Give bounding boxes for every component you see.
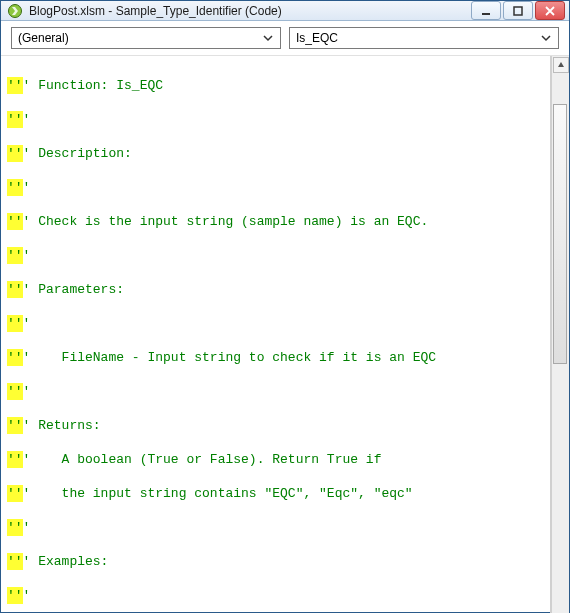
- code-line: ' Returns:: [23, 418, 101, 433]
- procedure-dropdown-text: Is_EQC: [296, 31, 338, 45]
- code-line: ': [23, 588, 31, 603]
- scroll-up-button[interactable]: [553, 57, 569, 73]
- maximize-button[interactable]: [503, 1, 533, 20]
- svg-rect-1: [482, 13, 490, 15]
- code-line: ': [23, 112, 31, 127]
- chevron-down-icon: [260, 30, 276, 46]
- code-line: ' Function: Is_EQC: [23, 78, 163, 93]
- code-line: ' Parameters:: [23, 282, 124, 297]
- code-editor[interactable]: ''' Function: Is_EQC ''' ''' Description…: [1, 56, 551, 613]
- dropdown-row: (General) Is_EQC: [1, 21, 569, 56]
- code-line: ' the input string contains "EQC", "Eqc"…: [23, 486, 413, 501]
- code-area: ''' Function: Is_EQC ''' ''' Description…: [1, 56, 569, 613]
- code-window: BlogPost.xlsm - Sample_Type_Identifier (…: [0, 0, 570, 613]
- code-line: ' Examples:: [23, 554, 109, 569]
- procedure-dropdown[interactable]: Is_EQC: [289, 27, 559, 49]
- vscroll-track[interactable]: [553, 74, 569, 613]
- close-button[interactable]: [535, 1, 565, 20]
- titlebar[interactable]: BlogPost.xlsm - Sample_Type_Identifier (…: [1, 1, 569, 21]
- object-dropdown-text: (General): [18, 31, 69, 45]
- minimize-button[interactable]: [471, 1, 501, 20]
- code-line: ' Check is the input string (sample name…: [23, 214, 429, 229]
- vscroll-thumb[interactable]: [553, 104, 567, 364]
- code-line: ': [23, 316, 31, 331]
- code-line: ' A boolean (True or False). Return True…: [23, 452, 382, 467]
- code-line: ' Description:: [23, 146, 132, 161]
- object-dropdown[interactable]: (General): [11, 27, 281, 49]
- code-line: ': [23, 180, 31, 195]
- vertical-scrollbar[interactable]: [551, 56, 569, 613]
- code-line: ': [23, 520, 31, 535]
- app-icon: [7, 3, 23, 19]
- code-line: ': [23, 248, 31, 263]
- code-line: ': [23, 384, 31, 399]
- svg-rect-2: [514, 7, 522, 15]
- code-line: ' FileName - Input string to check if it…: [23, 350, 436, 365]
- chevron-down-icon: [538, 30, 554, 46]
- window-button-group: [471, 1, 565, 20]
- window-title: BlogPost.xlsm - Sample_Type_Identifier (…: [29, 4, 465, 18]
